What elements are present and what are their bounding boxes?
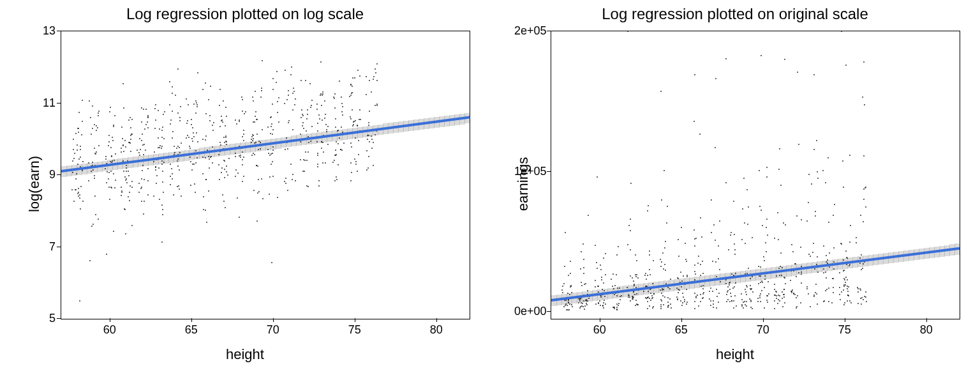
y-tick-label: 0e+00: [514, 305, 546, 318]
y-tick-label: 5: [47, 312, 56, 325]
x-tick-label: 75: [348, 323, 361, 337]
panels-row: Log regression plotted on log scale log(…: [0, 0, 980, 368]
right-xlabel: height: [490, 346, 980, 363]
regression-line: [551, 247, 960, 302]
left-xlabel: height: [0, 346, 490, 363]
left-ylabel: log(earn): [26, 156, 43, 212]
x-tick-label: 80: [920, 323, 933, 337]
x-tick-label: 65: [675, 323, 688, 337]
x-tick-label: 80: [430, 323, 443, 337]
regression-line: [61, 116, 470, 172]
x-tick-label: 60: [593, 323, 606, 337]
x-tick-label: 65: [185, 323, 198, 337]
right-title: Log regression plotted on original scale: [490, 5, 980, 23]
left-panel: Log regression plotted on log scale log(…: [0, 0, 490, 368]
x-tick-label: 60: [103, 323, 116, 337]
y-tick-label: 9: [47, 168, 56, 181]
left-title: Log regression plotted on log scale: [0, 5, 490, 23]
right-panel: Log regression plotted on original scale…: [490, 0, 980, 368]
x-tick-label: 75: [838, 323, 851, 337]
y-tick-label: 13: [41, 24, 56, 38]
y-tick-label: 7: [47, 240, 56, 253]
x-tick-label: 70: [267, 323, 279, 337]
y-tick-label: 1e+05: [514, 164, 546, 178]
y-tick-label: 11: [41, 96, 56, 109]
left-plot-area: [61, 31, 470, 319]
x-tick-label: 70: [757, 323, 769, 337]
y-tick-label: 2e+05: [514, 24, 546, 38]
right-plot-area: [551, 31, 960, 319]
